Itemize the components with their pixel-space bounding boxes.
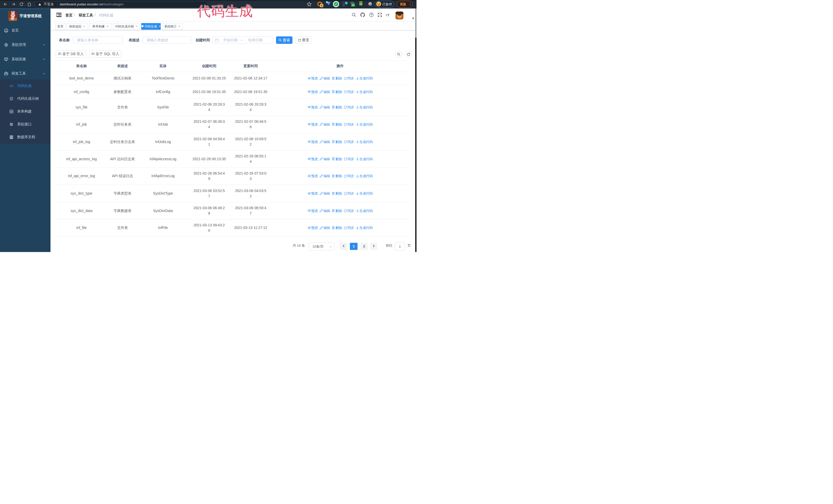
svg-text:T: T — [387, 13, 389, 17]
svg-text:T: T — [386, 14, 387, 17]
